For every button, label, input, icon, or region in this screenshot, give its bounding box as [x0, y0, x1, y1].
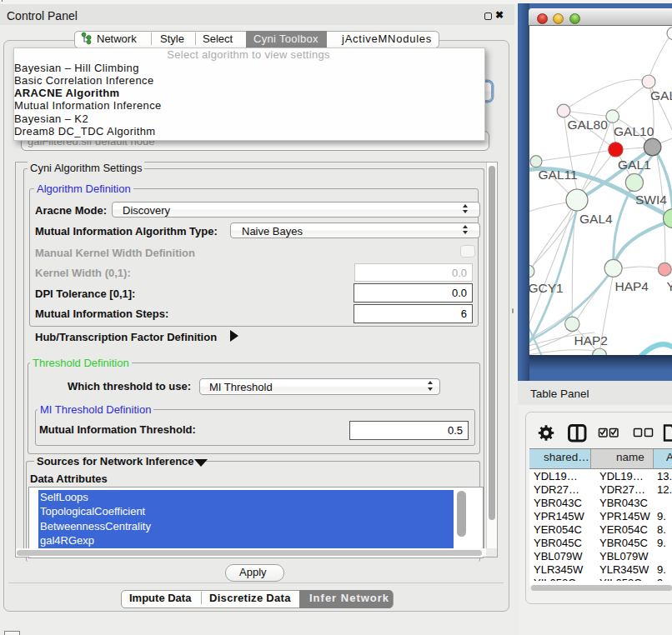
svg-text:GAL80: GAL80 — [568, 118, 609, 132]
svg-text:GAL1: GAL1 — [618, 158, 651, 172]
svg-text:GAL: GAL — [650, 88, 672, 102]
svg-text:HAP4: HAP4 — [615, 279, 649, 293]
svg-text:SWI4: SWI4 — [635, 192, 667, 207]
svg-text:HAP2: HAP2 — [574, 333, 609, 348]
svg-text:GCY1: GCY1 — [529, 281, 564, 295]
svg-text:GAL10: GAL10 — [614, 124, 654, 138]
svg-text:GAL4: GAL4 — [579, 212, 613, 226]
svg-text:GAL11: GAL11 — [539, 168, 578, 182]
svg-text:Y: Y — [667, 279, 672, 293]
